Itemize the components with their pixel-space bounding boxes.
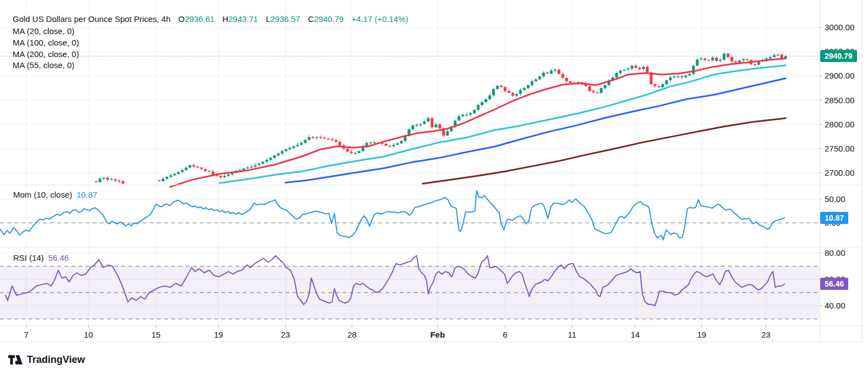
candle-body bbox=[273, 155, 276, 158]
ohlc-low-value: 2936.57 bbox=[270, 14, 300, 24]
candle-body bbox=[262, 162, 265, 164]
candle-body bbox=[462, 115, 464, 116]
candle-body bbox=[166, 177, 169, 179]
ma-legend-55[interactable]: MA (55, close, 0) bbox=[13, 60, 75, 70]
momentum-value: 10.87 bbox=[77, 190, 98, 199]
candle-body bbox=[485, 99, 488, 102]
candle-body bbox=[208, 171, 211, 172]
candle-body bbox=[385, 144, 388, 146]
candle-body bbox=[254, 165, 257, 167]
candle-body bbox=[431, 118, 434, 127]
mom-tick-label: 50.00 bbox=[825, 194, 845, 204]
rsi-tick-label: 80.00 bbox=[825, 248, 845, 257]
candle-body bbox=[754, 64, 757, 65]
candle-body bbox=[312, 137, 315, 138]
candle-body bbox=[227, 175, 230, 176]
candle-body bbox=[107, 178, 109, 180]
candle-body bbox=[95, 181, 98, 182]
candle-body bbox=[320, 137, 322, 138]
candle-body bbox=[719, 60, 722, 61]
chart-root: Gold US Dollars per Ounce Spot Prices, 4… bbox=[0, 0, 868, 370]
symbol-header: Gold US Dollars per Ounce Spot Prices, 4… bbox=[13, 14, 408, 24]
candle-body bbox=[435, 125, 438, 127]
rsi-indicator-label[interactable]: RSI (14)56.46 bbox=[13, 253, 69, 262]
candle-body bbox=[662, 84, 664, 87]
ohlc-change: +4.17 (+0.14%) bbox=[351, 14, 408, 24]
candle-body bbox=[700, 59, 703, 60]
candle-body bbox=[412, 125, 415, 129]
candle-body bbox=[173, 174, 176, 176]
candle-body bbox=[531, 81, 534, 85]
candle-body bbox=[189, 165, 192, 167]
candle-body bbox=[220, 176, 222, 177]
candle-body bbox=[114, 179, 117, 181]
candle-body bbox=[535, 80, 537, 82]
candle-body bbox=[723, 54, 726, 60]
candle-body bbox=[631, 66, 634, 69]
candle-body bbox=[212, 171, 215, 174]
candle-body bbox=[542, 72, 545, 76]
candle-body bbox=[296, 145, 299, 147]
candle-body bbox=[554, 70, 557, 71]
candle-body bbox=[473, 110, 476, 113]
candle-body bbox=[103, 178, 105, 179]
candle-body bbox=[289, 148, 292, 149]
candle-body bbox=[546, 72, 549, 74]
candle-body bbox=[293, 146, 295, 148]
ma-legend-100[interactable]: MA (100, close, 0) bbox=[13, 38, 79, 47]
candle-body bbox=[508, 91, 511, 93]
ma20-line bbox=[170, 59, 786, 187]
candle-body bbox=[458, 116, 461, 121]
ma-legend-20[interactable]: MA (20, close, 0) bbox=[13, 26, 75, 36]
time-axis-label: Feb bbox=[430, 330, 445, 339]
candle-body bbox=[527, 85, 530, 88]
tradingview-logo-icon bbox=[8, 355, 23, 365]
candle-body bbox=[346, 149, 349, 152]
candle-body bbox=[350, 152, 353, 153]
candle-body bbox=[427, 118, 430, 121]
candle-body bbox=[439, 125, 441, 128]
candle-body bbox=[99, 179, 102, 182]
momentum-line bbox=[0, 191, 785, 240]
last-price-badge: 2940.79 bbox=[820, 50, 857, 62]
candle-body bbox=[110, 179, 113, 180]
candle-body bbox=[419, 124, 422, 125]
candle-body bbox=[177, 172, 180, 174]
candle-body bbox=[738, 60, 741, 63]
candle-body bbox=[646, 67, 649, 73]
candle-body bbox=[285, 149, 288, 152]
time-axis-label: 7 bbox=[24, 330, 29, 339]
candle-body bbox=[562, 74, 564, 78]
candle-body bbox=[323, 138, 326, 139]
candle-body bbox=[669, 77, 672, 80]
candle-body bbox=[335, 140, 338, 142]
candle-body bbox=[489, 96, 491, 99]
candle-body bbox=[596, 92, 599, 93]
candle-body bbox=[708, 60, 710, 61]
ma-legend-200[interactable]: MA (200, close, 0) bbox=[13, 49, 79, 59]
candle-body bbox=[400, 141, 403, 143]
candle-body bbox=[677, 76, 680, 77]
price-tick-label: 2800.00 bbox=[825, 120, 854, 129]
candle-body bbox=[681, 76, 684, 77]
tradingview-logo[interactable]: TradingView bbox=[8, 354, 85, 366]
chart-canvas[interactable] bbox=[0, 0, 868, 370]
candle-body bbox=[358, 151, 361, 153]
candle-body bbox=[727, 54, 730, 57]
candle-body bbox=[642, 67, 645, 69]
candle-body bbox=[200, 167, 203, 169]
momentum-indicator-label[interactable]: Mom (10, close)10.87 bbox=[13, 190, 97, 199]
candle-body bbox=[696, 59, 699, 65]
candle-body bbox=[389, 146, 391, 147]
candle-body bbox=[122, 181, 125, 183]
candle-body bbox=[635, 66, 637, 68]
candle-body bbox=[519, 90, 522, 94]
candle-body bbox=[627, 69, 630, 70]
candle-body bbox=[558, 70, 561, 74]
candle-body bbox=[550, 71, 553, 74]
ma100-line bbox=[285, 79, 786, 183]
candle-body bbox=[339, 142, 341, 145]
candle-body bbox=[308, 137, 311, 140]
candle-body bbox=[193, 165, 195, 167]
candle-body bbox=[304, 140, 307, 143]
